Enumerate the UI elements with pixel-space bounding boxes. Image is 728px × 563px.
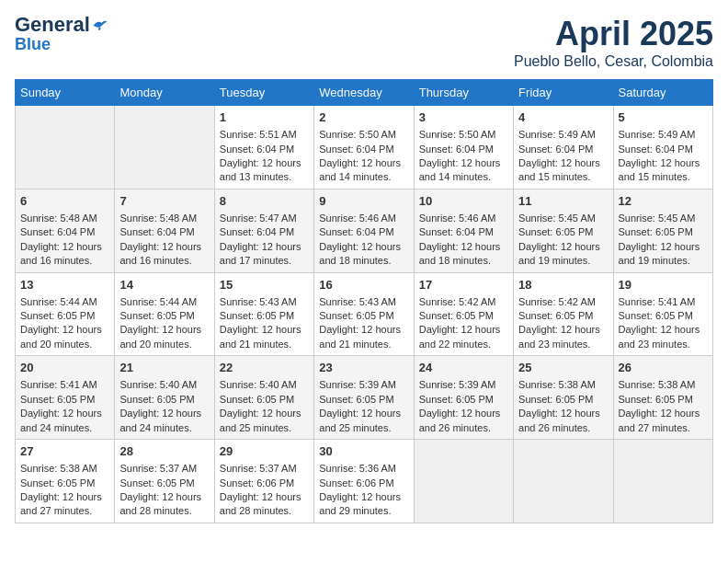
week-row-4: 20Sunrise: 5:41 AMSunset: 6:05 PMDayligh… [16,356,713,440]
day-number: 21 [119,360,209,376]
daylight-text: Daylight: 12 hours and 13 minutes. [220,157,301,182]
sunset-text: Sunset: 6:04 PM [119,226,194,237]
logo-name: General [15,15,90,35]
sunrise-text: Sunrise: 5:39 AM [319,379,396,390]
day-number: 4 [518,109,608,126]
sunrise-text: Sunrise: 5:44 AM [119,296,197,307]
calendar-cell [613,440,712,523]
daylight-text: Daylight: 12 hours and 27 minutes. [20,491,102,516]
daylight-text: Daylight: 12 hours and 20 minutes. [119,324,201,349]
daylight-text: Daylight: 12 hours and 27 minutes. [619,408,700,432]
day-number: 7 [119,193,209,210]
daylight-text: Daylight: 12 hours and 18 minutes. [319,241,401,266]
week-row-1: 1Sunrise: 5:51 AMSunset: 6:04 PMDaylight… [16,106,713,190]
day-number: 22 [220,360,309,376]
calendar-cell: 25Sunrise: 5:38 AMSunset: 6:05 PMDayligh… [514,356,613,440]
day-number: 9 [319,193,408,210]
calendar-cell: 8Sunrise: 5:47 AMSunset: 6:04 PMDaylight… [214,189,313,272]
sunset-text: Sunset: 6:05 PM [619,310,693,321]
daylight-text: Daylight: 12 hours and 15 minutes. [518,157,600,182]
sunrise-text: Sunrise: 5:45 AM [518,213,596,224]
sunrise-text: Sunrise: 5:37 AM [220,463,297,474]
sunrise-text: Sunrise: 5:41 AM [20,379,97,390]
day-number: 20 [20,360,109,376]
sunset-text: Sunset: 6:04 PM [419,144,494,155]
daylight-text: Daylight: 12 hours and 26 minutes. [419,408,501,432]
calendar-cell: 3Sunrise: 5:50 AMSunset: 6:04 PMDaylight… [414,106,513,190]
daylight-text: Daylight: 12 hours and 15 minutes. [619,157,700,182]
header-day-wednesday: Wednesday [314,80,414,106]
day-number: 15 [220,277,309,293]
day-number: 1 [220,109,309,126]
sunset-text: Sunset: 6:05 PM [20,310,95,321]
daylight-text: Daylight: 12 hours and 28 minutes. [119,491,201,516]
calendar-cell: 11Sunrise: 5:45 AMSunset: 6:05 PMDayligh… [514,189,613,272]
daylight-text: Daylight: 12 hours and 19 minutes. [619,241,700,266]
sunrise-text: Sunrise: 5:50 AM [419,129,496,140]
day-number: 17 [419,277,508,293]
sunrise-text: Sunrise: 5:40 AM [119,379,197,390]
title-area: April 2025 Pueblo Bello, Cesar, Colombia [514,15,713,70]
daylight-text: Daylight: 12 hours and 14 minutes. [419,157,501,182]
sunrise-text: Sunrise: 5:42 AM [419,296,496,307]
sunrise-text: Sunrise: 5:36 AM [319,463,396,474]
day-number: 19 [619,277,708,293]
sunrise-text: Sunrise: 5:38 AM [20,463,97,474]
sunset-text: Sunset: 6:05 PM [518,226,593,237]
sunrise-text: Sunrise: 5:49 AM [619,129,696,140]
daylight-text: Daylight: 12 hours and 23 minutes. [619,324,700,349]
calendar-cell: 24Sunrise: 5:39 AMSunset: 6:05 PMDayligh… [414,356,513,440]
sunset-text: Sunset: 6:05 PM [619,226,693,237]
calendar-cell: 19Sunrise: 5:41 AMSunset: 6:05 PMDayligh… [613,272,712,356]
sunrise-text: Sunrise: 5:48 AM [119,213,197,224]
daylight-text: Daylight: 12 hours and 29 minutes. [319,491,401,516]
sunrise-text: Sunrise: 5:51 AM [220,129,297,140]
day-number: 3 [419,109,508,126]
daylight-text: Daylight: 12 hours and 20 minutes. [20,324,102,349]
day-number: 14 [119,277,209,293]
calendar-cell: 20Sunrise: 5:41 AMSunset: 6:05 PMDayligh… [16,356,115,440]
calendar-cell: 22Sunrise: 5:40 AMSunset: 6:05 PMDayligh… [214,356,313,440]
sunset-text: Sunset: 6:05 PM [119,310,194,321]
sunrise-text: Sunrise: 5:46 AM [419,213,496,224]
sunset-text: Sunset: 6:05 PM [319,394,393,405]
daylight-text: Daylight: 12 hours and 23 minutes. [518,324,600,349]
sunset-text: Sunset: 6:05 PM [20,394,95,405]
calendar-cell: 23Sunrise: 5:39 AMSunset: 6:05 PMDayligh… [314,356,414,440]
sunset-text: Sunset: 6:05 PM [119,394,194,405]
day-number: 12 [619,193,708,210]
daylight-text: Daylight: 12 hours and 25 minutes. [319,408,401,432]
day-number: 8 [220,193,309,210]
daylight-text: Daylight: 12 hours and 16 minutes. [119,241,201,266]
sunrise-text: Sunrise: 5:44 AM [20,296,97,307]
sunset-text: Sunset: 6:04 PM [619,144,693,155]
day-number: 29 [220,443,309,460]
sunset-text: Sunset: 6:05 PM [419,394,494,405]
daylight-text: Daylight: 12 hours and 16 minutes. [20,241,102,266]
calendar-cell: 2Sunrise: 5:50 AMSunset: 6:04 PMDaylight… [314,106,414,190]
header-day-friday: Friday [514,80,613,106]
daylight-text: Daylight: 12 hours and 18 minutes. [419,241,501,266]
day-number: 23 [319,360,408,376]
calendar-cell: 10Sunrise: 5:46 AMSunset: 6:04 PMDayligh… [414,189,513,272]
day-number: 25 [518,360,608,376]
day-number: 16 [319,277,408,293]
calendar-cell: 29Sunrise: 5:37 AMSunset: 6:06 PMDayligh… [214,440,313,523]
header-day-saturday: Saturday [613,80,712,106]
day-number: 26 [619,360,708,376]
location-title: Pueblo Bello, Cesar, Colombia [514,53,713,70]
calendar-cell: 7Sunrise: 5:48 AMSunset: 6:04 PMDaylight… [115,189,214,272]
calendar-cell: 13Sunrise: 5:44 AMSunset: 6:05 PMDayligh… [16,272,115,356]
daylight-text: Daylight: 12 hours and 26 minutes. [518,408,600,432]
logo-bird-icon [92,18,108,31]
sunset-text: Sunset: 6:06 PM [220,477,294,488]
daylight-text: Daylight: 12 hours and 28 minutes. [220,491,301,516]
sunrise-text: Sunrise: 5:47 AM [220,213,297,224]
calendar-cell: 1Sunrise: 5:51 AMSunset: 6:04 PMDaylight… [214,106,313,190]
header-day-monday: Monday [115,80,214,106]
sunrise-text: Sunrise: 5:40 AM [220,379,297,390]
day-number: 30 [319,443,408,460]
calendar-cell: 15Sunrise: 5:43 AMSunset: 6:05 PMDayligh… [214,272,313,356]
daylight-text: Daylight: 12 hours and 21 minutes. [319,324,401,349]
sunrise-text: Sunrise: 5:43 AM [220,296,297,307]
